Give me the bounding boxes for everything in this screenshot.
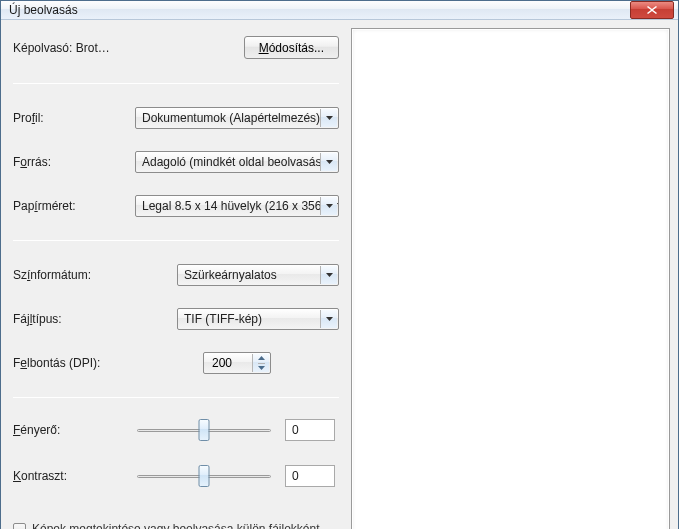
modify-button-rest: ódosítás... [269, 41, 324, 55]
scanner-row: Képolvasó: Brot… Módosítás... [13, 36, 339, 59]
contrast-slider[interactable] [137, 465, 271, 487]
row-filetype: Fájltípus: TIF (TIFF-kép) [13, 307, 339, 331]
label-dpi: Felbontás (DPI): [13, 356, 137, 370]
label-contrast: Kontraszt: [13, 469, 137, 483]
filetype-dropdown[interactable]: TIF (TIFF-kép) [177, 308, 339, 330]
chevron-down-icon [320, 266, 337, 284]
window-title: Új beolvasás [9, 3, 630, 17]
row-separate-files[interactable]: Képek megtekintése vagy beolvasása külön… [13, 522, 339, 529]
paper-value: Legal 8.5 x 14 hüvelyk (216 x 356 mm) [142, 199, 339, 213]
label-paper: Papírméret: [13, 199, 135, 213]
profile-dropdown[interactable]: Dokumentumok (Alapértelmezés) [135, 107, 339, 129]
brightness-thumb[interactable] [199, 419, 210, 441]
separate-files-checkbox[interactable] [13, 523, 26, 530]
chevron-down-icon [320, 197, 337, 215]
dpi-input[interactable] [210, 355, 250, 371]
new-scan-dialog: Új beolvasás Képolvasó: Brot… Módosítás.… [0, 0, 679, 529]
dpi-down-icon[interactable] [258, 363, 265, 373]
brightness-value[interactable]: 0 [285, 419, 335, 441]
contrast-value[interactable]: 0 [285, 465, 335, 487]
label-source: Forrás: [13, 155, 135, 169]
label-profile: Profil: [13, 111, 135, 125]
preview-pane [351, 28, 670, 529]
label-colorfmt: Színformátum: [13, 268, 135, 282]
paper-dropdown[interactable]: Legal 8.5 x 14 hüvelyk (216 x 356 mm) [135, 195, 339, 217]
label-filetype: Fájltípus: [13, 312, 135, 326]
source-value: Adagoló (mindkét oldal beolvasása) [142, 155, 332, 169]
row-contrast: Kontraszt: 0 [13, 462, 339, 490]
row-dpi: Felbontás (DPI): [13, 351, 339, 375]
row-source: Forrás: Adagoló (mindkét oldal beolvasás… [13, 150, 339, 174]
scanner-label-prefix: Képolvasó: [13, 41, 76, 55]
profile-value: Dokumentumok (Alapértelmezés) [142, 111, 320, 125]
source-dropdown[interactable]: Adagoló (mindkét oldal beolvasása) [135, 151, 339, 173]
row-brightness: Fényerő: 0 [13, 416, 339, 444]
scanner-name: Brot… [76, 41, 110, 55]
separator-2 [13, 240, 339, 241]
dpi-spin-buttons[interactable] [252, 354, 269, 372]
titlebar: Új beolvasás [1, 1, 678, 20]
close-icon [647, 6, 657, 14]
dpi-spinner[interactable] [203, 352, 271, 374]
modify-scanner-button[interactable]: Módosítás... [244, 36, 339, 59]
colorfmt-dropdown[interactable]: Szürkeárnyalatos [177, 264, 339, 286]
chevron-down-icon [320, 109, 337, 127]
dpi-up-icon[interactable] [258, 354, 265, 363]
form-column: Képolvasó: Brot… Módosítás... Profil: Do… [9, 28, 341, 529]
upper-area: Képolvasó: Brot… Módosítás... Profil: Do… [9, 28, 670, 529]
contrast-thumb[interactable] [199, 465, 210, 487]
chevron-down-icon [320, 310, 337, 328]
separate-files-label: Képek megtekintése vagy beolvasása külön… [32, 522, 320, 529]
label-brightness: Fényerő: [13, 423, 137, 437]
filetype-value: TIF (TIFF-kép) [184, 312, 262, 326]
modify-button-mnemonic: M [259, 41, 269, 55]
row-profile: Profil: Dokumentumok (Alapértelmezés) [13, 106, 339, 130]
chevron-down-icon [320, 153, 337, 171]
close-button[interactable] [630, 1, 674, 19]
row-colorfmt: Színformátum: Szürkeárnyalatos [13, 263, 339, 287]
colorfmt-value: Szürkeárnyalatos [184, 268, 277, 282]
row-paper: Papírméret: Legal 8.5 x 14 hüvelyk (216 … [13, 194, 339, 218]
brightness-slider[interactable] [137, 419, 271, 441]
scanner-label: Képolvasó: Brot… [13, 41, 110, 55]
separator-1 [13, 83, 339, 84]
client-area: Képolvasó: Brot… Módosítás... Profil: Do… [1, 20, 678, 529]
separator-3 [13, 397, 339, 398]
